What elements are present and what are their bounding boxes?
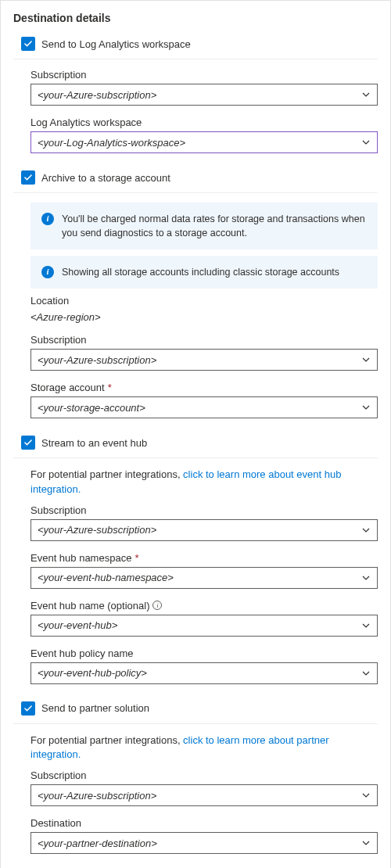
chevron-down-icon [361, 138, 371, 147]
label-eh-policy: Event hub policy name [30, 647, 378, 659]
checkbox-label-eventhub: Stream to an event hub [41, 437, 147, 449]
check-icon [23, 173, 33, 182]
select-partner-subscription[interactable]: <your-Azure-subscription> [30, 784, 378, 806]
helper-prefix: For potential partner integrations, [30, 468, 183, 480]
select-eh-policy[interactable]: <your-event-hub-policy> [30, 662, 378, 684]
value-storage-location: <Azure-region> [30, 310, 378, 323]
select-value: <your-partner-destination> [38, 838, 157, 849]
info-icon[interactable]: i [152, 601, 162, 610]
select-partner-destination[interactable]: <your-partner-destination> [30, 832, 378, 854]
select-value: <your-Azure-subscription> [38, 524, 156, 536]
info-text: You'll be charged normal data rates for … [62, 212, 367, 240]
checkbox-row-storage[interactable]: Archive to a storage account [13, 167, 378, 193]
label-text: Storage account [30, 382, 105, 393]
label-storage-subscription: Subscription [30, 334, 378, 346]
chevron-down-icon [361, 403, 371, 412]
chevron-down-icon [361, 90, 371, 99]
select-storage-account[interactable]: <your-storage-account> [30, 396, 378, 418]
chevron-down-icon [361, 669, 371, 678]
select-value: <your-Log-Analytics-workspace> [38, 137, 185, 149]
required-indicator: * [108, 382, 112, 393]
helper-eventhub: For potential partner integrations, clic… [30, 468, 378, 496]
label-la-subscription: Subscription [30, 69, 378, 81]
helper-prefix: For potential partner integrations, [30, 734, 183, 746]
select-value: <your-storage-account> [38, 402, 145, 414]
select-la-subscription[interactable]: <your-Azure-subscription> [30, 84, 378, 106]
checkbox-row-partner[interactable]: Send to partner solution [13, 698, 378, 724]
label-eh-namespace: Event hub namespace * [30, 552, 378, 564]
checkbox-label-storage: Archive to a storage account [41, 172, 170, 184]
chevron-down-icon [361, 525, 371, 535]
select-value: <your-Azure-subscription> [38, 790, 156, 802]
select-value: <your-event-hub-policy> [38, 667, 147, 679]
select-value: <your-Azure-subscription> [38, 354, 156, 366]
chevron-down-icon [361, 621, 371, 630]
select-value: <your-event-hub> [38, 619, 117, 631]
checkbox-log-analytics[interactable] [21, 37, 35, 51]
label-text: Event hub namespace [30, 552, 131, 564]
info-icon: i [41, 266, 54, 278]
select-eh-namespace[interactable]: <your-event-hub-namespace> [30, 567, 378, 589]
checkbox-row-log-analytics[interactable]: Send to Log Analytics workspace [13, 34, 378, 59]
helper-partner: For potential partner integrations, clic… [30, 733, 378, 762]
info-icon: i [41, 213, 54, 225]
label-la-workspace: Log Analytics workspace [30, 117, 378, 128]
select-value: <your-Azure-subscription> [38, 89, 156, 101]
check-icon [23, 704, 33, 713]
chevron-down-icon [361, 573, 371, 583]
select-eh-subscription[interactable]: <your-Azure-subscription> [30, 519, 378, 541]
label-text: Event hub name (optional) [30, 600, 149, 612]
select-eh-name[interactable]: <your-event-hub> [30, 615, 378, 637]
checkbox-label-partner: Send to partner solution [41, 702, 149, 714]
required-indicator: * [135, 552, 138, 564]
info-box-storage-charges: i You'll be charged normal data rates fo… [30, 203, 378, 249]
select-la-workspace[interactable]: <your-Log-Analytics-workspace> [30, 131, 378, 153]
chevron-down-icon [361, 838, 371, 848]
chevron-down-icon [361, 355, 371, 364]
label-eh-name: Event hub name (optional) i [30, 600, 378, 612]
label-partner-destination: Destination [30, 817, 378, 829]
label-partner-subscription: Subscription [30, 769, 378, 781]
checkbox-row-eventhub[interactable]: Stream to an event hub [13, 432, 378, 458]
check-icon [23, 39, 33, 48]
checkbox-label-log-analytics: Send to Log Analytics workspace [41, 38, 191, 50]
select-value: <your-event-hub-namespace> [38, 572, 174, 583]
chevron-down-icon [361, 791, 371, 800]
info-box-storage-classic: i Showing all storage accounts including… [30, 256, 378, 289]
label-storage-location: Location [30, 295, 378, 307]
checkbox-storage[interactable] [21, 170, 35, 185]
label-storage-account: Storage account * [30, 382, 378, 393]
info-text: Showing all storage accounts including c… [62, 265, 339, 279]
check-icon [23, 438, 33, 447]
label-eh-subscription: Subscription [30, 504, 378, 516]
select-storage-subscription[interactable]: <your-Azure-subscription> [30, 349, 378, 371]
checkbox-eventhub[interactable] [21, 436, 35, 450]
page-title: Destination details [13, 12, 378, 24]
checkbox-partner[interactable] [21, 701, 35, 716]
